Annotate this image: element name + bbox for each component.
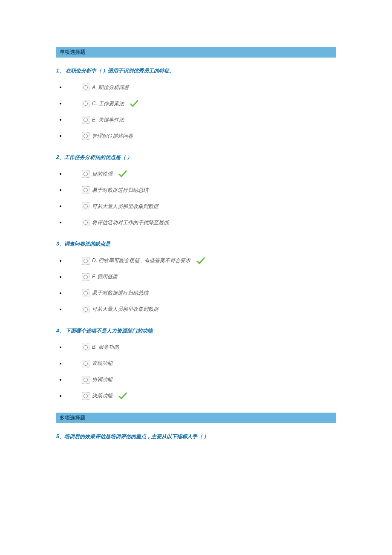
- radio-icon: [84, 259, 88, 263]
- q2-option-d: 将评估活动对工作的干扰降至最低: [0, 214, 392, 231]
- bullet-icon: [60, 347, 61, 348]
- radio-button[interactable]: [82, 376, 89, 384]
- radio-icon: [84, 134, 88, 138]
- q2-option-a: 目的性强: [0, 166, 392, 182]
- bullet-icon: [60, 173, 61, 175]
- radio-button[interactable]: [82, 186, 89, 194]
- option-text: 决策功能: [92, 392, 112, 399]
- q3-option-b: F. 费用低廉: [0, 269, 392, 285]
- bullet-icon: [60, 87, 61, 88]
- q1-options: A. 职位分析问卷 C. 工作要素法 E. 关键事件法 管理职位描述问卷: [0, 79, 392, 144]
- bullet-icon: [60, 103, 61, 104]
- radio-icon: [84, 101, 88, 106]
- radio-icon: [84, 85, 88, 90]
- q2-options: 目的性强 易于对数据进行归纳总结 可从大量人员那里收集到数据 将评估活动对工作的…: [0, 166, 392, 231]
- q4-option-d: 决策功能: [0, 388, 392, 404]
- radio-icon: [84, 394, 88, 398]
- option-text: F. 费用低廉: [92, 273, 118, 280]
- radio-icon: [84, 291, 88, 295]
- q2-title: 2、工作任务分析法的优点是（ ）: [56, 153, 336, 162]
- radio-button[interactable]: [82, 392, 89, 400]
- option-text: 可从大量人员那里收集到数据: [92, 306, 159, 313]
- section-header-multi: 多项选择题: [56, 413, 336, 423]
- bullet-icon: [60, 135, 61, 137]
- q3-option-c: 易于对数据进行归纳总结: [0, 285, 392, 301]
- q4-title: 4、 下面哪个选项不是人力资源部门的功能: [56, 327, 336, 335]
- radio-icon: [84, 220, 88, 225]
- q1-option-b: C. 工作要素法: [0, 95, 392, 112]
- q3-option-d: 可从大量人员那里收集到数据: [0, 301, 392, 318]
- radio-icon: [84, 118, 88, 122]
- bullet-icon: [60, 395, 61, 397]
- bullet-icon: [60, 363, 61, 364]
- bullet-icon: [60, 119, 61, 121]
- radio-icon: [84, 275, 88, 279]
- radio-button[interactable]: [82, 360, 89, 367]
- option-text: 易于对数据进行归纳总结: [92, 289, 148, 297]
- option-text: 将评估活动对工作的干扰降至最低: [92, 219, 169, 226]
- radio-icon: [84, 361, 88, 366]
- radio-icon: [84, 172, 88, 176]
- checkmark-icon: [118, 392, 127, 400]
- q1-option-a: A. 职位分析问卷: [0, 79, 392, 95]
- option-text: 目的性强: [92, 171, 112, 178]
- option-text: B. 服务功能: [92, 344, 119, 351]
- radio-button[interactable]: [82, 306, 89, 313]
- q4-option-b: 直线功能: [0, 356, 392, 372]
- bullet-icon: [60, 222, 61, 223]
- radio-button[interactable]: [82, 84, 89, 91]
- q4-option-c: 协调功能: [0, 372, 392, 388]
- q1-option-c: E. 关键事件法: [0, 112, 392, 128]
- q2-option-c: 可从大量人员那里收集到数据: [0, 198, 392, 214]
- option-text: 可从大量人员那里收集到数据: [92, 203, 159, 210]
- radio-button[interactable]: [82, 132, 89, 140]
- option-text: 协调功能: [92, 376, 112, 383]
- q4-option-a: B. 服务功能: [0, 339, 392, 356]
- bullet-icon: [60, 189, 61, 191]
- radio-icon: [84, 378, 88, 382]
- radio-icon: [84, 307, 88, 312]
- bullet-icon: [60, 205, 61, 207]
- option-text: C. 工作要素法: [92, 100, 124, 107]
- q1-title: 1、 在职位分析中（ ）适用于识别优秀员工的特征。: [56, 67, 336, 75]
- radio-button[interactable]: [82, 273, 89, 281]
- option-text: D. 回收率可能会很低，有些答案不符合要求: [92, 257, 190, 264]
- q3-option-a: D. 回收率可能会很低，有些答案不符合要求: [0, 253, 392, 269]
- radio-button[interactable]: [82, 116, 89, 124]
- q5-title: 5、培训后的效果评估是培训评估的重点，主要从以下指标入手（ ）: [56, 433, 336, 441]
- radio-button[interactable]: [82, 257, 89, 265]
- radio-button[interactable]: [82, 344, 89, 351]
- bullet-icon: [60, 379, 61, 381]
- section-header-single: 单项选择题: [56, 47, 336, 58]
- radio-icon: [84, 345, 88, 350]
- checkmark-icon: [118, 170, 127, 178]
- q3-options: D. 回收率可能会很低，有些答案不符合要求 F. 费用低廉 易于对数据进行归纳总…: [0, 253, 392, 318]
- option-text: A. 职位分析问卷: [92, 84, 129, 91]
- radio-button[interactable]: [82, 202, 89, 210]
- bullet-icon: [60, 260, 61, 262]
- option-text: 易于对数据进行归纳总结: [92, 187, 148, 194]
- radio-button[interactable]: [82, 170, 89, 178]
- radio-button[interactable]: [82, 100, 89, 107]
- q3-title: 3、调查问卷法的缺点是: [56, 240, 336, 248]
- q4-options: B. 服务功能 直线功能 协调功能 决策功能: [0, 339, 392, 404]
- option-text: 管理职位描述问卷: [92, 133, 133, 140]
- radio-button[interactable]: [82, 219, 89, 226]
- option-text: E. 关键事件法: [92, 116, 124, 124]
- radio-icon: [84, 204, 88, 208]
- bullet-icon: [60, 276, 61, 278]
- radio-icon: [84, 188, 88, 192]
- bullet-icon: [60, 292, 61, 294]
- q2-option-b: 易于对数据进行归纳总结: [0, 182, 392, 198]
- checkmark-icon: [196, 257, 205, 265]
- q1-option-d: 管理职位描述问卷: [0, 128, 392, 144]
- radio-button[interactable]: [82, 289, 89, 297]
- checkmark-icon: [130, 100, 138, 107]
- option-text: 直线功能: [92, 360, 112, 367]
- bullet-icon: [60, 309, 61, 310]
